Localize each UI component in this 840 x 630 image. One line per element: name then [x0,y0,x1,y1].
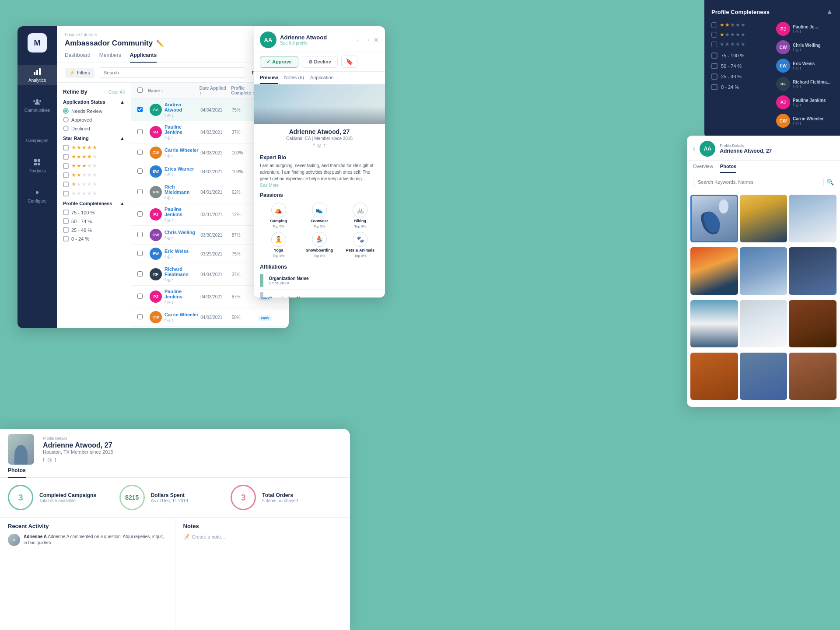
applicant-name[interactable]: Erica Warner [164,166,194,172]
star-row-1[interactable]: ★★★★★ [711,32,772,38]
next-arrow-icon[interactable]: → [364,36,371,43]
tab-overview[interactable]: Overview [693,161,713,173]
photo-thumb[interactable] [740,353,788,400]
star-2-checkbox[interactable] [711,22,717,28]
twitter-icon[interactable]: t [324,143,326,148]
row-checkbox[interactable] [137,251,143,256]
applicant-name[interactable]: Richard Fieldmann [164,266,199,277]
profile-0-24[interactable]: 0 - 24 % [63,236,125,242]
decline-button[interactable]: ⊘ Decline [302,56,338,68]
photos-search-input[interactable] [693,177,824,187]
star-row-2[interactable]: ★★★★★ [711,22,772,28]
photo-thumb[interactable] [690,300,738,348]
col-date-header[interactable]: Date Applied ↕ [200,86,229,95]
tab-photos[interactable]: Photos [720,161,736,173]
person-eric-weiss[interactable]: EW Eric Weiss f ◎ t [776,59,833,73]
prev-arrow-icon[interactable]: ← [356,36,362,43]
photo-thumb[interactable] [740,247,788,295]
select-all-checkbox[interactable] [137,88,143,93]
photo-thumb[interactable] [690,353,738,400]
nav-item-configure[interactable]: Configure [18,186,57,206]
photo-thumb[interactable] [740,300,788,348]
app-status-collapse-icon[interactable]: ▲ [120,99,125,105]
row-checkbox[interactable] [137,211,143,217]
applicant-name[interactable]: Carrie Wheeler [164,147,199,153]
star-row-0[interactable]: ★★★★★ [711,41,772,47]
back-button[interactable]: ‹ [693,145,695,153]
row-checkbox[interactable] [137,107,143,112]
photo-thumb[interactable] [789,300,836,348]
twitter-icon[interactable]: t [55,456,56,463]
radio-approved[interactable]: Approved [63,117,125,122]
star-3-filter[interactable]: ★★★★★ [63,163,125,169]
create-note-button[interactable]: 📝 Create a note... [183,534,343,539]
tab-members[interactable]: Members [99,52,121,63]
filter-button[interactable]: ⚡ Filters [65,68,94,78]
tab-photos-bottom[interactable]: Photos [8,467,26,478]
row-checkbox[interactable] [137,294,143,299]
tab-notes[interactable]: Notes (6) [284,72,304,84]
applicant-name[interactable]: Rich Mieldmann [164,184,199,195]
star-2-filter[interactable]: ★★★★★ [63,172,125,178]
col-profile-header[interactable]: Profile Complete ↕ [231,86,256,95]
row-checkbox[interactable] [137,129,143,134]
edit-title-icon[interactable]: ✏️ [156,40,164,47]
star-rating-collapse-icon[interactable]: ▲ [120,136,125,141]
radio-declined[interactable]: Declined [63,126,125,131]
photo-thumb[interactable] [789,195,836,242]
nav-item-analytics[interactable]: Analytics [18,65,57,85]
row-checkbox[interactable] [137,271,143,276]
facebook-icon[interactable]: f [313,143,315,148]
tab-preview[interactable]: Preview [260,72,278,84]
row-checkbox[interactable] [137,168,143,174]
see-profile-link[interactable]: See full profile [280,41,352,46]
row-checkbox[interactable] [137,232,143,237]
row-checkbox[interactable] [137,314,143,319]
bookmark-button[interactable]: 🔖 [341,56,357,68]
range-0-24[interactable]: 0 - 24 % [711,84,772,90]
star-0-filter[interactable]: ★★★★★ [63,190,125,196]
nav-item-products[interactable]: Products [18,155,57,176]
star-5-filter[interactable]: ★★★★★ [63,144,125,150]
applicant-name[interactable]: Chris Welling [164,230,195,235]
photo-thumb[interactable] [690,247,738,295]
profile-completeness-collapse-icon[interactable]: ▲ [120,201,125,206]
facebook-icon[interactable]: f [43,456,45,463]
profile-25-49[interactable]: 25 - 49 % [63,227,125,233]
photo-thumb[interactable] [789,353,836,400]
approve-button[interactable]: ✓ Approve [260,56,298,68]
row-checkbox[interactable] [137,150,143,155]
star-1-checkbox[interactable] [711,32,717,38]
instagram-icon[interactable]: ◎ [47,456,52,463]
applicant-name[interactable]: Pauline Jenkins [164,206,199,217]
nav-item-communities[interactable]: Communities [18,95,57,116]
radio-needs-review[interactable]: Needs Review [63,108,125,114]
tab-dashboard[interactable]: Dashboard [65,52,91,63]
col-name-header[interactable]: Name ↕ [148,88,198,93]
applicant-name[interactable]: Pauline Jenkins [164,124,199,135]
range-50-74[interactable]: 50 - 74 % [711,63,772,69]
table-row[interactable]: CW Carrie Wheeler f ◎ t 04/03/2021 [131,308,289,327]
star-0-checkbox[interactable] [711,42,717,47]
person-chris-welling[interactable]: CW Chris Welling f ◎ t [776,40,833,54]
instagram-icon[interactable]: ◎ [317,143,322,148]
photo-thumb[interactable] [789,247,836,295]
person-richard-fieldma[interactable]: RF Richard Fieldma... f ◎ t [776,77,833,91]
filter-right-close-icon[interactable]: ▲ [826,8,833,16]
applicant-name[interactable]: Eric Weiss [164,248,189,254]
row-checkbox[interactable] [137,189,143,194]
person-carrie-wheeler[interactable]: CW Carrie Wheeler f ◎ t [776,114,833,128]
range-75-100[interactable]: 75 - 100 % [711,52,772,59]
star-4-filter[interactable]: ★★★★★ [63,154,125,160]
see-more-link[interactable]: See More [254,182,385,189]
photo-thumb[interactable] [740,195,788,242]
applicant-name[interactable]: Andrea Atwood [164,102,199,112]
tab-application[interactable]: Application [310,72,334,84]
applicant-name[interactable]: Carrie Wheeler [164,312,199,317]
clear-all-button[interactable]: Clear All [108,90,125,94]
search-input[interactable] [99,67,246,78]
applicant-name[interactable]: Pauline Jenkins [164,289,199,299]
star-1-filter[interactable]: ★★★★★ [63,181,125,187]
profile-50-74[interactable]: 50 - 74 % [63,218,125,224]
range-25-49[interactable]: 25 - 49 % [711,74,772,80]
